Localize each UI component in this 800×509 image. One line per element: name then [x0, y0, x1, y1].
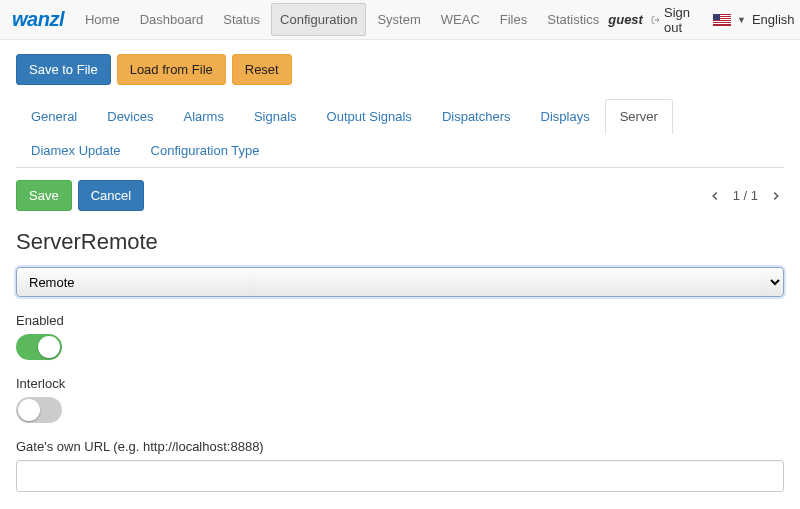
logo: wanzl	[12, 8, 64, 31]
topbar: wanzl Home Dashboard Status Configuratio…	[0, 0, 800, 40]
tab-alarms[interactable]: Alarms	[169, 99, 239, 134]
nav-configuration[interactable]: Configuration	[271, 3, 366, 36]
pager: 1 / 1	[707, 188, 784, 204]
flag-icon	[713, 14, 731, 26]
interlock-toggle[interactable]	[16, 397, 62, 423]
toggle-knob	[18, 399, 40, 421]
config-tabs: General Devices Alarms Signals Output Si…	[16, 99, 784, 168]
tab-configuration-type[interactable]: Configuration Type	[136, 133, 275, 168]
action-row: Save Cancel 1 / 1	[16, 180, 784, 211]
load-from-file-button[interactable]: Load from File	[117, 54, 226, 85]
tab-devices[interactable]: Devices	[92, 99, 168, 134]
panel-title: ServerRemote	[16, 229, 784, 255]
tab-output-signals[interactable]: Output Signals	[312, 99, 427, 134]
interlock-label: Interlock	[16, 376, 784, 391]
save-to-file-button[interactable]: Save to File	[16, 54, 111, 85]
tab-general[interactable]: General	[16, 99, 92, 134]
signout-label: Sign out	[664, 5, 695, 35]
server-type-select[interactable]: Remote	[16, 267, 784, 297]
reset-button[interactable]: Reset	[232, 54, 292, 85]
tab-dispatchers[interactable]: Dispatchers	[427, 99, 526, 134]
field-gate-url: Gate's own URL (e.g. http://localhost:88…	[16, 439, 784, 492]
tab-diamex-update[interactable]: Diamex Update	[16, 133, 136, 168]
pager-text: 1 / 1	[733, 188, 758, 203]
user-label: guest	[608, 12, 643, 27]
language-label: English	[752, 12, 795, 27]
save-button[interactable]: Save	[16, 180, 72, 211]
tab-signals[interactable]: Signals	[239, 99, 312, 134]
field-interlock: Interlock	[16, 376, 784, 423]
toolbar-row: Save to File Load from File Reset	[16, 54, 784, 85]
cancel-button[interactable]: Cancel	[78, 180, 144, 211]
tab-server[interactable]: Server	[605, 99, 673, 134]
pager-next-icon[interactable]	[768, 188, 784, 204]
nav-home[interactable]: Home	[76, 3, 129, 36]
pager-prev-icon[interactable]	[707, 188, 723, 204]
gate-url-input[interactable]	[16, 460, 784, 492]
field-enabled: Enabled	[16, 313, 784, 360]
enabled-label: Enabled	[16, 313, 784, 328]
nav-system[interactable]: System	[368, 3, 429, 36]
topbar-right: guest Sign out ▼ English	[608, 5, 794, 35]
nav-items: Home Dashboard Status Configuration Syst…	[76, 3, 608, 36]
enabled-toggle[interactable]	[16, 334, 62, 360]
content: Save to File Load from File Reset Genera…	[0, 40, 800, 509]
gate-url-label: Gate's own URL (e.g. http://localhost:88…	[16, 439, 784, 454]
nav-status[interactable]: Status	[214, 3, 269, 36]
signout-link[interactable]: Sign out	[651, 5, 695, 35]
nav-files[interactable]: Files	[491, 3, 536, 36]
nav-statistics[interactable]: Statistics	[538, 3, 608, 36]
nav-weac[interactable]: WEAC	[432, 3, 489, 36]
nav-dashboard[interactable]: Dashboard	[131, 3, 213, 36]
signout-icon	[651, 13, 660, 27]
language-selector[interactable]: ▼ English	[713, 12, 795, 27]
tab-displays[interactable]: Displays	[526, 99, 605, 134]
caret-down-icon: ▼	[737, 15, 746, 25]
toggle-knob	[38, 336, 60, 358]
